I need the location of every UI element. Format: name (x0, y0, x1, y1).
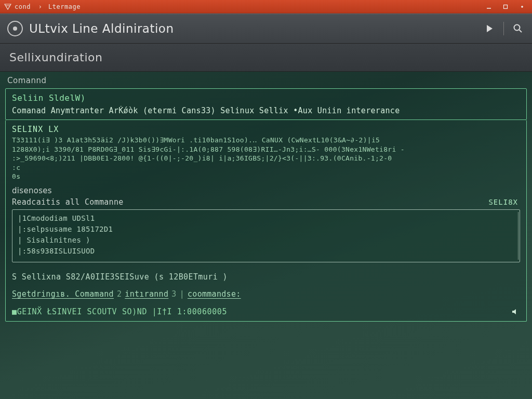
section-row: Readcaitis all Commanne SELI8X (12, 197, 520, 207)
link-sep: 3 (171, 289, 176, 299)
section-label-diagnoses: disenoses (12, 185, 520, 196)
output-prompt: :c (12, 163, 520, 172)
section-tag: SELI8X (488, 197, 518, 207)
speaker-icon[interactable] (512, 308, 520, 315)
section-label-readcall: Readcaitis all Commanne (12, 197, 124, 207)
command-list-panel[interactable]: |1Cmododiam UDSl1 |:selpsusame 185172D1 … (12, 209, 520, 262)
link-item[interactable]: intırannd (125, 289, 168, 299)
footer-status-line: S Sellixna S82/A0IIE3SEISuve (s 12B0ETmu… (12, 272, 520, 282)
scrollbar[interactable] (518, 212, 518, 260)
output-line: T33111(i∃ )3 A1at3h53äi2 /J)k3b0())∃MWor… (12, 136, 520, 145)
window-controls (483, 2, 528, 11)
list-item[interactable]: |:58s938ISLUISUOD (18, 246, 514, 257)
output-line: :>_59690<8;)211 |DBB0E1-2800! @{1-((0|-;… (12, 154, 520, 163)
link-sep: 2 (117, 289, 122, 299)
close-button[interactable] (516, 2, 528, 11)
list-item[interactable]: | Sisalinitnes ) (18, 235, 514, 246)
title-part-2: Ltermage (48, 3, 81, 10)
output-zeros: 0s (12, 172, 520, 181)
terminal-area: Comannd Seliin SldelW) Comanad Anymtrant… (0, 72, 532, 399)
status-bar: ■GEINX̆ ŁSINVEI SCOUTV SO)ND |I†I 1:0006… (12, 307, 520, 317)
output-line: 1288X0);i 3390/81 P8RD0G∃_011 Sis∃9cGi-|… (12, 145, 520, 154)
title-separator-icon: › (38, 3, 43, 10)
app-title: ULtvix Line Aldiniration (29, 22, 174, 35)
app-header: ULtvix Line Aldiniration (0, 14, 532, 44)
command-description-line: Comanad Anymtranter ArǨǿòk (etermi Cans3… (12, 106, 520, 115)
link-item[interactable]: coommandse: (188, 289, 241, 299)
search-button[interactable] (511, 22, 525, 35)
output-header: SELINX LX (12, 124, 520, 135)
list-item[interactable]: |1Cmododiam UDSl1 (18, 213, 514, 224)
page-subtitle: Sellixundiration (0, 44, 532, 72)
svg-point-5 (514, 25, 520, 31)
app-menu-icon[interactable] (4, 3, 11, 10)
svg-line-6 (520, 30, 522, 33)
app-logo-icon (7, 21, 23, 36)
link-row: Sgetdringıв. Comamand 2 intırannd 3 | co… (12, 289, 520, 299)
svg-rect-2 (504, 5, 508, 8)
header-toolbar (483, 22, 525, 35)
toolbar-divider (503, 22, 504, 35)
title-part-1: cond (15, 3, 31, 10)
app-window: cond › Ltermage ULtvix Line Aldiniration (0, 0, 532, 399)
titlebar[interactable]: cond › Ltermage (0, 0, 532, 14)
maximize-button[interactable] (500, 2, 511, 11)
play-button[interactable] (483, 22, 496, 35)
command-label: Comannd (7, 76, 527, 85)
minimize-button[interactable] (483, 2, 495, 11)
link-item[interactable]: Sgetdringıв. Comamand (12, 289, 114, 299)
output-panel: SELINX LX T33111(i∃ )3 A1at3h53äi2 /J)k3… (5, 120, 527, 322)
list-item[interactable]: |:selpsusame 185172D1 (18, 224, 514, 235)
command-title-line: Seliin SldelW) (12, 93, 520, 103)
link-sep: | (180, 289, 184, 299)
status-text: ■GEINX̆ ŁSINVEI SCOUTV SO)ND |I†I 1:0006… (12, 307, 227, 317)
command-panel: Seliin SldelW) Comanad Anymtranter ArǨǿò… (5, 88, 527, 120)
window-title: cond › Ltermage (15, 3, 483, 10)
